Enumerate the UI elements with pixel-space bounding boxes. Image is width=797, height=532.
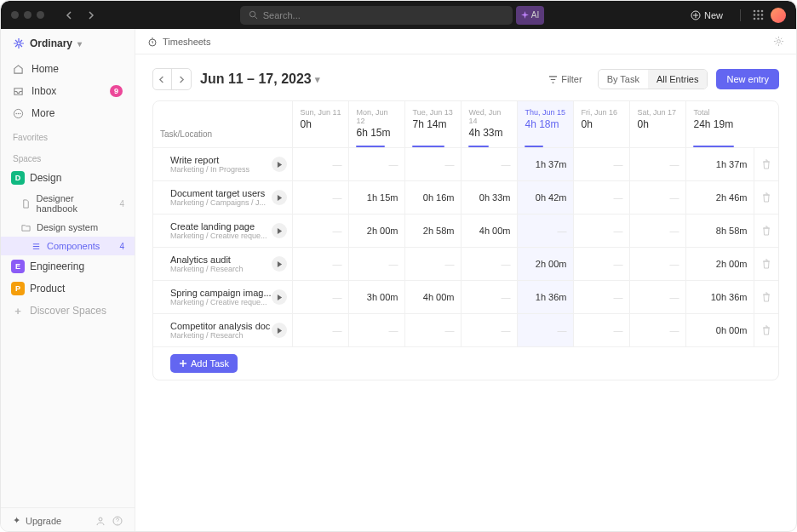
sidebar-item-design-system[interactable]: Design system: [1, 218, 135, 237]
new-entry-button[interactable]: New entry: [716, 69, 779, 89]
time-cell[interactable]: —: [293, 248, 349, 281]
play-button[interactable]: [272, 289, 287, 305]
breadcrumb[interactable]: Timesheets: [163, 37, 210, 47]
plus-icon: +: [11, 304, 25, 317]
time-cell[interactable]: —: [293, 148, 349, 181]
time-cell[interactable]: —: [630, 215, 686, 248]
ai-button[interactable]: AI: [516, 6, 544, 25]
time-cell[interactable]: 3h 00m: [349, 281, 405, 314]
user-icon[interactable]: [95, 516, 106, 526]
traffic-max[interactable]: [37, 11, 44, 19]
nav-forward-button[interactable]: [82, 7, 99, 24]
time-cell[interactable]: 0h 33m: [462, 181, 518, 215]
time-cell[interactable]: 1h 15m: [349, 181, 405, 215]
time-cell[interactable]: —: [462, 281, 518, 314]
search-placeholder: Search...: [263, 10, 301, 20]
traffic-min[interactable]: [24, 11, 32, 19]
time-cell[interactable]: —: [405, 148, 462, 181]
sidebar-item-handbook[interactable]: Designer handbook 4: [1, 189, 135, 218]
time-cell[interactable]: 2h 00m: [349, 215, 405, 248]
time-cell[interactable]: —: [518, 314, 574, 347]
task-cell[interactable]: Create landing pageMarketing / Creative …: [153, 215, 293, 248]
nav-back-button[interactable]: [61, 7, 78, 24]
task-cell[interactable]: Competitor analysis docMarketing / Resea…: [153, 314, 293, 347]
space-design[interactable]: D Design: [1, 167, 135, 189]
time-cell[interactable]: 2h 58m: [405, 215, 462, 248]
time-cell[interactable]: —: [349, 248, 405, 281]
time-cell[interactable]: —: [630, 281, 686, 314]
delete-button[interactable]: [754, 215, 778, 248]
play-button[interactable]: [272, 256, 287, 272]
new-button[interactable]: New: [685, 8, 728, 23]
window-controls: [11, 11, 44, 19]
time-cell[interactable]: —: [349, 148, 405, 181]
add-task-button[interactable]: Add Task: [170, 354, 238, 373]
view-all-entries[interactable]: All Entries: [648, 70, 708, 89]
task-cell[interactable]: Document target usersMarketing / Campaig…: [153, 181, 293, 215]
time-cell[interactable]: 2h 00m: [518, 248, 574, 281]
space-product[interactable]: P Product: [1, 277, 135, 300]
time-cell[interactable]: 1h 36m: [518, 281, 574, 314]
time-cell[interactable]: 4h 00m: [405, 281, 462, 314]
time-cell[interactable]: —: [630, 148, 686, 181]
time-cell[interactable]: —: [574, 248, 630, 281]
time-cell[interactable]: —: [574, 281, 630, 314]
time-cell[interactable]: —: [462, 248, 518, 281]
delete-button[interactable]: [754, 248, 778, 281]
time-cell[interactable]: —: [405, 314, 462, 347]
time-cell[interactable]: —: [293, 314, 349, 347]
time-cell[interactable]: —: [518, 215, 574, 248]
filter-button[interactable]: Filter: [542, 70, 588, 89]
nav-home[interactable]: Home: [1, 58, 135, 80]
settings-icon[interactable]: [773, 36, 784, 47]
sidebar-item-components[interactable]: Components 4: [1, 237, 135, 255]
nav-more[interactable]: More: [1, 102, 135, 124]
delete-button[interactable]: [754, 281, 778, 314]
upgrade-button[interactable]: Upgrade: [26, 516, 61, 526]
time-cell[interactable]: —: [462, 314, 518, 347]
time-cell[interactable]: 1h 37m: [518, 148, 574, 181]
prev-week-button[interactable]: [153, 69, 172, 89]
time-cell[interactable]: —: [574, 148, 630, 181]
time-cell[interactable]: —: [630, 248, 686, 281]
date-range-dropdown[interactable]: Jun 11 – 17, 2023 ▾: [200, 72, 320, 87]
filter-icon: [548, 75, 558, 84]
apps-grid-icon[interactable]: [753, 9, 764, 20]
delete-button[interactable]: [754, 314, 778, 347]
delete-button[interactable]: [754, 148, 778, 181]
time-cell[interactable]: —: [574, 215, 630, 248]
space-engineering[interactable]: E Engineering: [1, 255, 135, 277]
time-cell[interactable]: 0h 16m: [405, 181, 462, 215]
time-cell[interactable]: 4h 00m: [462, 215, 518, 248]
discover-spaces[interactable]: + Discover Spaces: [1, 300, 135, 322]
search-input[interactable]: Search...: [240, 6, 513, 25]
avatar[interactable]: [771, 8, 786, 23]
time-cell[interactable]: —: [574, 181, 630, 215]
task-cell[interactable]: Spring campaign imag...Marketing / Creat…: [153, 281, 293, 314]
time-cell[interactable]: —: [293, 215, 349, 248]
task-cell[interactable]: Write reportMarketing / In Progress: [153, 148, 293, 181]
time-cell[interactable]: —: [574, 314, 630, 347]
traffic-close[interactable]: [11, 11, 19, 19]
nav-inbox[interactable]: Inbox 9: [1, 80, 135, 102]
time-cell[interactable]: 0h 42m: [518, 181, 574, 215]
help-icon[interactable]: [112, 516, 123, 526]
time-cell[interactable]: —: [630, 181, 686, 215]
workspace-switcher[interactable]: Ordinary ▾: [1, 29, 135, 58]
play-button[interactable]: [272, 323, 287, 338]
delete-button[interactable]: [754, 181, 778, 215]
time-cell[interactable]: —: [349, 314, 405, 347]
time-cell[interactable]: —: [293, 181, 349, 215]
main: Timesheets Jun 11 – 17, 2023 ▾ Filter By…: [135, 29, 796, 532]
time-cell[interactable]: —: [630, 314, 686, 347]
time-cell[interactable]: —: [405, 248, 462, 281]
folder-icon: [21, 223, 32, 232]
task-cell[interactable]: Analytics auditMarketing / Research: [153, 248, 293, 281]
play-button[interactable]: [272, 223, 287, 238]
play-button[interactable]: [272, 190, 287, 205]
play-button[interactable]: [272, 157, 287, 172]
time-cell[interactable]: —: [293, 281, 349, 314]
next-week-button[interactable]: [172, 69, 191, 89]
time-cell[interactable]: —: [462, 148, 518, 181]
view-by-task[interactable]: By Task: [599, 70, 648, 89]
